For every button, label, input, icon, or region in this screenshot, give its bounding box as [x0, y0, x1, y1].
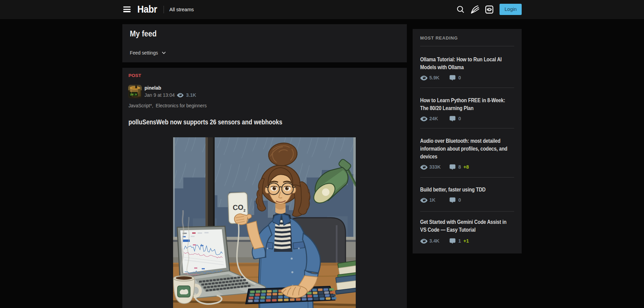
svg-text:24.9: 24.9 [130, 93, 137, 96]
